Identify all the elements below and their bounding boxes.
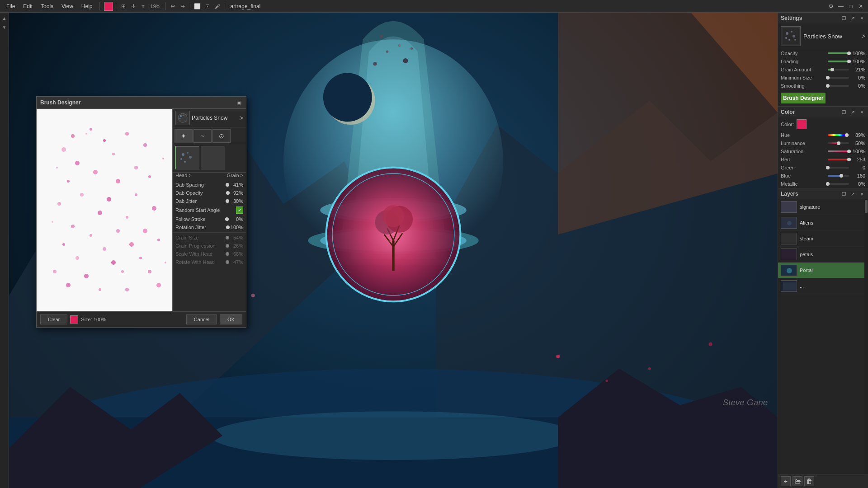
brush-preview-canvas[interactable] bbox=[37, 109, 172, 311]
color-copy-icon[interactable]: ❐ bbox=[840, 108, 847, 116]
scale-with-head-slider[interactable] bbox=[227, 253, 228, 255]
redo-icon[interactable]: ↪ bbox=[178, 2, 187, 11]
settings-icon[interactable]: ⚙ bbox=[826, 2, 835, 11]
delete-layer-button[interactable]: 🗑 bbox=[804, 476, 814, 486]
svg-point-60 bbox=[90, 234, 92, 237]
brush-expand-icon[interactable]: > bbox=[240, 114, 243, 122]
head-label[interactable]: Head > bbox=[175, 173, 192, 178]
brush-icon[interactable]: 🖌 bbox=[213, 2, 222, 11]
window-maximize-icon[interactable]: □ bbox=[846, 2, 855, 11]
rotate-with-head-slider[interactable] bbox=[227, 261, 228, 263]
follow-stroke-label: Follow Stroke bbox=[175, 216, 225, 222]
layer-item-portal[interactable]: Portal bbox=[778, 263, 864, 278]
dab-spacing-slider[interactable] bbox=[227, 184, 228, 186]
rotate-with-head-label: Rotate With Head bbox=[175, 259, 225, 265]
blue-slider[interactable] bbox=[828, 175, 849, 177]
layers-section: Layers ❐ ↗ ▾ signature bbox=[778, 188, 868, 488]
svg-point-62 bbox=[143, 229, 147, 233]
grid-icon[interactable]: ⊞ bbox=[119, 2, 128, 11]
settings-export-icon[interactable]: ↗ bbox=[849, 14, 856, 22]
luminance-slider[interactable] bbox=[828, 142, 849, 144]
saturation-slider[interactable] bbox=[828, 150, 849, 152]
dialog-footer: Clear Size: 100% Cancel OK bbox=[37, 311, 246, 327]
svg-point-95 bbox=[786, 32, 788, 35]
dialog-titlebar[interactable]: Brush Designer ▣ bbox=[37, 97, 246, 109]
dab-jitter-slider[interactable] bbox=[227, 200, 228, 202]
metallic-slider[interactable] bbox=[828, 183, 849, 185]
svg-point-49 bbox=[134, 166, 138, 169]
dialog-close-icon[interactable]: ▣ bbox=[235, 99, 242, 106]
rotation-jitter-slider[interactable] bbox=[227, 226, 228, 228]
scroll-up-icon[interactable]: ▲ bbox=[1, 14, 8, 22]
layers-scrollbar-thumb[interactable] bbox=[865, 200, 868, 213]
color-export-icon[interactable]: ↗ bbox=[849, 108, 856, 116]
svg-point-43 bbox=[125, 132, 129, 136]
svg-point-44 bbox=[75, 161, 80, 165]
grain-size-slider[interactable] bbox=[227, 237, 228, 239]
grain-progression-slider[interactable] bbox=[227, 245, 228, 247]
layer-item-steam[interactable]: steam bbox=[778, 231, 864, 247]
settings-brush-arrow[interactable]: > bbox=[862, 33, 865, 40]
layers-scrollbar[interactable] bbox=[864, 199, 868, 474]
layers-export-icon[interactable]: ↗ bbox=[849, 190, 856, 197]
tab-path[interactable]: ~ bbox=[193, 129, 212, 143]
svg-point-56 bbox=[98, 211, 102, 215]
svg-point-84 bbox=[180, 115, 182, 117]
color-swatch-main[interactable] bbox=[797, 119, 807, 129]
crop-icon[interactable]: ⊡ bbox=[203, 2, 212, 11]
ok-button[interactable]: OK bbox=[220, 314, 242, 324]
add-layer-button[interactable]: + bbox=[781, 476, 791, 486]
opacity-slider[interactable] bbox=[828, 52, 849, 54]
layers-copy-icon[interactable]: ❐ bbox=[840, 190, 847, 197]
folder-layer-button[interactable]: 🗁 bbox=[793, 476, 802, 486]
dab-opacity-slider[interactable] bbox=[227, 192, 228, 194]
main-layout: ▲ ▼ bbox=[0, 13, 868, 488]
min-size-slider[interactable] bbox=[828, 77, 849, 79]
random-start-angle-row: Random Start Angle ✓ bbox=[173, 205, 246, 215]
export-icon[interactable]: ⬜ bbox=[193, 2, 202, 11]
smoothing-slider[interactable] bbox=[828, 85, 849, 87]
menu-tools[interactable]: Tools bbox=[37, 2, 57, 10]
svg-text:Steve Gane: Steve Gane bbox=[723, 398, 768, 407]
scale-with-head-label: Scale With Head bbox=[175, 251, 225, 257]
tab-grain[interactable]: ⊙ bbox=[212, 129, 231, 143]
luminance-row: Luminance 50% bbox=[778, 139, 868, 147]
menu-view[interactable]: View bbox=[58, 2, 77, 10]
random-start-angle-checkbox[interactable]: ✓ bbox=[236, 206, 243, 214]
settings-copy-icon[interactable]: ❐ bbox=[840, 14, 847, 22]
menu-edit[interactable]: Edit bbox=[19, 2, 36, 10]
grain-label[interactable]: Grain > bbox=[227, 173, 243, 178]
brush-designer-button[interactable]: Brush Designer bbox=[781, 93, 826, 103]
color-swatch-primary[interactable] bbox=[104, 2, 113, 11]
canvas-area[interactable]: Steve Gane Brush Designer ▣ bbox=[9, 13, 778, 488]
layer-item-more[interactable]: ... bbox=[778, 278, 864, 294]
layer-item-petals[interactable]: petals bbox=[778, 247, 864, 263]
layer-thumb-more bbox=[781, 280, 797, 292]
follow-stroke-slider[interactable] bbox=[227, 218, 228, 220]
grain-amount-slider[interactable] bbox=[828, 69, 849, 70]
ruler-icon[interactable]: ⌗ bbox=[139, 2, 148, 11]
color-collapse-icon[interactable]: ▾ bbox=[858, 108, 865, 116]
settings-collapse-icon[interactable]: ▾ bbox=[858, 14, 865, 22]
scroll-down-icon[interactable]: ▼ bbox=[1, 23, 8, 31]
sub-preview-grain[interactable] bbox=[201, 146, 224, 169]
undo-icon[interactable]: ↩ bbox=[168, 2, 177, 11]
layer-item-signature[interactable]: signature bbox=[778, 199, 864, 215]
svg-point-39 bbox=[71, 134, 75, 138]
layer-item-aliens[interactable]: Aliens bbox=[778, 215, 864, 231]
layers-collapse-icon[interactable]: ▾ bbox=[858, 190, 865, 197]
minus-icon[interactable]: — bbox=[836, 2, 845, 11]
clear-button[interactable]: Clear bbox=[40, 314, 67, 324]
tab-particles[interactable]: ✦ bbox=[175, 129, 193, 143]
menu-file[interactable]: File bbox=[3, 2, 19, 10]
green-slider[interactable] bbox=[828, 167, 849, 169]
rotation-jitter-value: 100% bbox=[230, 225, 243, 230]
loading-slider[interactable] bbox=[828, 61, 849, 62]
cancel-button[interactable]: Cancel bbox=[186, 314, 217, 324]
window-close-icon[interactable]: ✕ bbox=[856, 2, 865, 11]
menu-help[interactable]: Help bbox=[78, 2, 96, 10]
crosshair-icon[interactable]: ✛ bbox=[129, 2, 138, 11]
hue-slider[interactable] bbox=[828, 134, 849, 136]
sub-preview-head[interactable] bbox=[175, 146, 199, 169]
red-slider[interactable] bbox=[828, 159, 849, 160]
